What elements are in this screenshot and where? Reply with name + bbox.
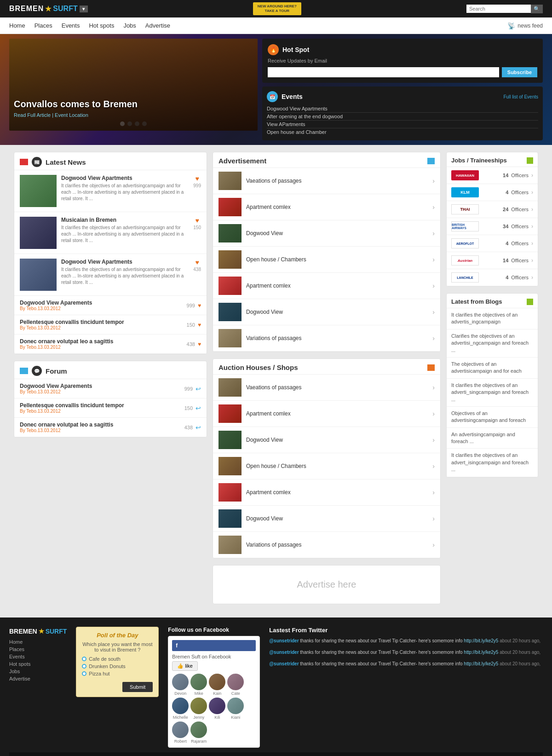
auction-label: Vaeations of passages [246, 384, 428, 391]
job-item[interactable]: Austrian 14 Officers › [447, 252, 538, 269]
news-item: Dogwood View Apartments It clarifies the… [14, 254, 207, 296]
job-item[interactable]: THAI 24 Officers › [447, 201, 538, 218]
hero-links[interactable]: Read Full Article | Event Location [14, 112, 253, 118]
tweet-link[interactable]: http://bit.ly/ke2y5 [464, 638, 498, 643]
news-headline[interactable]: Musicaian in Bremen [61, 217, 189, 223]
auction-item[interactable]: Apartment comlex › [213, 401, 440, 427]
forum-link-count: 150 [184, 405, 193, 411]
auction-item[interactable]: Dogwood View › [213, 506, 440, 532]
job-item[interactable]: LANCHILE 4 Officers › [447, 269, 538, 286]
footer-nav-places[interactable]: Places [9, 646, 67, 652]
logo-dropdown[interactable]: ▼ [80, 6, 88, 12]
event-item[interactable]: Dogwood View Apartments [267, 105, 538, 113]
auction-item[interactable]: Open house / Chambers › [213, 453, 440, 479]
forum-link-date: By Tebo.13.03.2012 [20, 389, 92, 394]
fb-like-button[interactable]: 👍 like [172, 661, 198, 671]
tour-button[interactable]: NEW AROUND HERE? TAKE A TOUR [253, 2, 301, 15]
ad-item[interactable]: Dogwood View › [213, 299, 440, 325]
footer-nav-events[interactable]: Events [9, 654, 67, 659]
blog-item[interactable]: It clarifies the objectives of an advert… [447, 308, 538, 329]
logo: BREMEN ★ SURFT ▼ [9, 4, 88, 14]
news-link-count: 438 [187, 341, 195, 347]
footer-nav-home[interactable]: Home [9, 639, 67, 645]
search-button[interactable]: 🔍 [531, 5, 543, 13]
news-link-title[interactable]: Donec ornare volutpat leo a sagittis [20, 338, 113, 345]
auction-item[interactable]: Apartment comlex › [213, 479, 440, 506]
logo-surft: SURFT [53, 5, 77, 13]
ad-item[interactable]: Variations of passages › [213, 325, 440, 352]
poll-radio-1[interactable] [82, 657, 86, 661]
like-count: 999 [193, 183, 201, 188]
hotspot-subtitle: Receive Updates by Email [268, 58, 537, 63]
event-item[interactable]: View APartments [267, 121, 538, 128]
auction-item[interactable]: Vaeations of passages › [213, 375, 440, 401]
ad-item[interactable]: Apartment comlex › [213, 273, 440, 299]
poll-submit-button[interactable]: Submit [122, 682, 153, 692]
like-icon[interactable]: ♥ [196, 175, 199, 182]
forum-title: Forum [46, 367, 67, 375]
tweet-link[interactable]: http://bit.ly/ke2y5 [464, 661, 498, 666]
fb-user-name: Robert [172, 739, 189, 744]
footer-logo-surft: SURFT [46, 628, 67, 635]
blog-item[interactable]: It clarifies the objectives of an advert… [447, 379, 538, 407]
nav-hotspots[interactable]: Hot spots [89, 22, 114, 29]
fb-user-name: Cate [227, 691, 244, 696]
fb-user-name: Jenny [190, 715, 207, 720]
nav-places[interactable]: Places [34, 22, 52, 29]
event-item[interactable]: Open house and Chamber [267, 128, 538, 136]
hotspot-icon: 🔥 [268, 44, 279, 55]
search-input[interactable] [466, 5, 531, 13]
like-icon[interactable]: ♥ [198, 322, 201, 328]
news-link-title[interactable]: Pellentesque convallis tincidunt tempor [20, 319, 124, 325]
like-icon[interactable]: ♥ [196, 259, 199, 266]
blog-item[interactable]: The objectives of an advertisicampaign a… [447, 358, 538, 379]
blog-item[interactable]: Objectives of an advertisingcampaign and… [447, 407, 538, 428]
poll-radio-2[interactable] [82, 664, 86, 669]
forum-link-title[interactable]: Dogwood View Aparements [20, 383, 92, 389]
footer-nav-jobs[interactable]: Jobs [9, 669, 67, 674]
footer-nav-advertise[interactable]: Advertise [9, 676, 67, 681]
advertise-here-box[interactable]: Advertise here [213, 565, 441, 604]
ad-arrow-icon: › [432, 410, 435, 417]
auction-label: Apartment comlex [246, 410, 428, 417]
blog-item[interactable]: Clarifies the objectives of an advertisi… [447, 329, 538, 358]
ad-item[interactable]: Vaeations of passages › [213, 168, 440, 194]
blog-item[interactable]: It clarifies the objectives of an advert… [447, 449, 538, 477]
poll-radio-3[interactable] [82, 671, 86, 676]
footer-nav-hotspots[interactable]: Hot spots [9, 661, 67, 667]
subscribe-button[interactable]: Subscribe [502, 67, 537, 77]
forum-link-title[interactable]: Pellentesque convallis tincidunt tempor [20, 402, 124, 409]
events-full-list-link[interactable]: Full list of Events [503, 94, 538, 99]
like-icon[interactable]: ♥ [198, 302, 201, 309]
forum-reply-icon[interactable]: ↩ [196, 385, 201, 392]
job-item[interactable]: AEROFLOT 4 Officers › [447, 235, 538, 252]
job-item[interactable]: BRITISH AIRWAYS 34 Officers › [447, 218, 538, 235]
ad-item[interactable]: Open house / Chambers › [213, 247, 440, 273]
auction-item[interactable]: Variations of passages › [213, 532, 440, 558]
nav-events[interactable]: Events [62, 22, 80, 29]
nav-jobs[interactable]: Jobs [123, 22, 136, 29]
job-item[interactable]: KLM 4 Officers › [447, 184, 538, 201]
forum-reply-icon[interactable]: ↩ [196, 404, 201, 412]
ad-arrow-icon: › [432, 203, 435, 211]
nav-home[interactable]: Home [9, 22, 25, 29]
nav-advertise[interactable]: Advertise [145, 22, 170, 29]
forum-link-title[interactable]: Donec ornare volutpat leo a sagittis [20, 421, 113, 428]
like-icon[interactable]: ♥ [198, 341, 201, 347]
news-feed: 📡 news feed [507, 22, 543, 29]
blog-item[interactable]: An advertisingcampaign and foreach ... [447, 428, 538, 449]
ad-item[interactable]: Dogwood View › [213, 220, 440, 247]
auction-item[interactable]: Dogwood View › [213, 427, 440, 453]
forum-link-date: By Tebo.13.03.2012 [20, 428, 113, 433]
news-badge [20, 159, 28, 165]
news-headline[interactable]: Dogwood View Apartments [61, 259, 189, 265]
forum-reply-icon[interactable]: ↩ [196, 424, 201, 431]
job-item[interactable]: HAWAIIAN 14 Officers › [447, 167, 538, 184]
hotspot-email-input[interactable] [268, 67, 499, 77]
ad-item[interactable]: Apartment comlex › [213, 194, 440, 220]
tweet-link[interactable]: http://bit.ly/ke2y5 [464, 650, 498, 655]
like-icon[interactable]: ♥ [196, 217, 199, 224]
news-headline[interactable]: Dogwood View Apartments [61, 175, 189, 181]
event-item[interactable]: After opening at the end dogwood [267, 113, 538, 121]
news-link-title[interactable]: Dogwood View Aparements [20, 300, 92, 306]
